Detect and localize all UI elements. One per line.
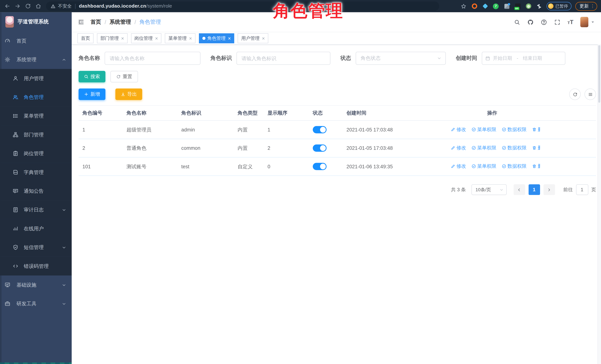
action-menu-perm[interactable]: 菜单权限	[471, 126, 496, 133]
page-1-button[interactable]: 1	[528, 184, 540, 195]
github-icon[interactable]	[527, 19, 533, 25]
status-toggle[interactable]	[313, 144, 327, 152]
action-data-perm[interactable]: 数据权限	[502, 145, 527, 151]
tab-menu[interactable]: 菜单管理×	[165, 33, 195, 43]
app-logo[interactable]: 芋道管理系统	[0, 12, 72, 31]
sidebar-item-home[interactable]: 首页	[0, 31, 72, 50]
home-icon[interactable]	[35, 3, 41, 9]
back-arrow-icon[interactable]	[4, 3, 10, 9]
breadcrumb-home[interactable]: 首页	[90, 19, 101, 25]
column-settings-button[interactable]	[584, 89, 596, 100]
breadcrumb-separator: /	[134, 19, 136, 25]
close-tab-icon[interactable]: ×	[121, 36, 124, 41]
calendar-icon	[485, 56, 490, 61]
user-menu-caret-icon[interactable]	[591, 20, 595, 24]
paused-extension-button[interactable]: 已暂停	[547, 2, 571, 10]
user-avatar[interactable]	[580, 17, 588, 27]
tab-post[interactable]: 岗位管理×	[131, 33, 161, 43]
page-scrollbar[interactable]	[598, 44, 601, 364]
sidebar-item-infra[interactable]: 基础设施	[0, 275, 72, 294]
create-time-range-picker[interactable]: 开始日期 - 结束日期	[482, 52, 565, 65]
tab-label: 首页	[81, 35, 90, 41]
sidebar-item-notice[interactable]: 通知公告	[0, 182, 72, 200]
sidebar-item-label: 首页	[17, 37, 27, 44]
action-label: 删除	[538, 163, 540, 170]
close-tab-icon[interactable]: ×	[228, 36, 231, 41]
tab-dept[interactable]: 部门管理×	[97, 33, 128, 43]
scrollbar-thumb[interactable]	[598, 45, 600, 103]
cell-created-time: 2021-01-05 17:03:48	[343, 139, 444, 157]
cell-role-key: test	[177, 157, 234, 176]
action-edit[interactable]: 修改	[451, 163, 466, 170]
sidebar-item-system[interactable]: 系统管理	[0, 50, 72, 69]
fontsize-icon[interactable]: TT	[568, 19, 573, 25]
action-label: 数据权限	[508, 126, 527, 133]
status-toggle[interactable]	[313, 163, 327, 170]
gear-icon	[5, 57, 10, 62]
reset-button[interactable]: 重置	[110, 71, 138, 82]
sidebar-item-audit-log[interactable]: 审计日志	[0, 200, 72, 219]
browser-menu-icon[interactable]	[590, 3, 595, 9]
extension-grid-icon[interactable]	[504, 4, 509, 9]
next-page-button[interactable]	[543, 184, 555, 195]
action-data-perm[interactable]: 数据权限	[502, 163, 527, 170]
sidebar-item-dept[interactable]: 部门管理	[0, 125, 72, 144]
column-header: 角色标识	[177, 106, 234, 120]
extensions-puzzle-icon[interactable]	[536, 3, 542, 9]
add-button[interactable]: 新增	[79, 89, 105, 100]
sidebar-item-error-code[interactable]: 错误码管理	[0, 257, 72, 275]
sidebar-item-dict[interactable]: 字典管理	[0, 163, 72, 182]
export-button[interactable]: 导出	[115, 89, 142, 100]
action-delete[interactable]: 删除	[532, 126, 540, 133]
tab-user[interactable]: 用户管理×	[238, 33, 268, 43]
browser-update-button[interactable]: 更新	[575, 2, 597, 10]
extension-target-icon[interactable]	[472, 3, 477, 9]
extension-monkey-icon[interactable]	[526, 3, 531, 9]
action-edit[interactable]: 修改	[451, 145, 466, 151]
refresh-table-button[interactable]	[569, 89, 581, 100]
sidebar-item-dev-tools[interactable]: 研发工具	[0, 294, 72, 313]
breadcrumb-system[interactable]: 系统管理	[110, 19, 131, 25]
columns-icon	[588, 92, 593, 97]
close-tab-icon[interactable]: ×	[155, 36, 158, 41]
tab-role[interactable]: 角色管理×	[199, 33, 234, 43]
action-edit[interactable]: 修改	[451, 126, 466, 133]
action-menu-perm[interactable]: 菜单权限	[471, 163, 496, 170]
extension-switch-icon[interactable]: on	[515, 3, 521, 9]
prev-page-button[interactable]	[513, 184, 525, 195]
search-icon[interactable]	[514, 19, 520, 25]
search-button[interactable]: 搜索	[79, 71, 105, 82]
sidebar-item-sms[interactable]: 短信管理	[0, 238, 72, 257]
action-menu-perm[interactable]: 菜单权限	[471, 145, 496, 151]
cell-role-id: 1	[79, 120, 123, 139]
page-size-select[interactable]: 10条/页	[471, 184, 506, 195]
goto-page-input[interactable]	[576, 184, 588, 195]
role-name-input[interactable]	[105, 52, 200, 65]
status-toggle[interactable]	[313, 126, 327, 133]
close-tab-icon[interactable]: ×	[262, 36, 265, 41]
help-icon[interactable]	[541, 19, 547, 25]
collapse-sidebar-icon[interactable]	[78, 19, 84, 25]
address-bar[interactable]: 不安全 dashboard.yudao.iocoder.cn/system/ro…	[46, 1, 439, 11]
action-delete[interactable]: 删除	[532, 145, 540, 151]
role-key-input[interactable]	[237, 52, 331, 65]
tab-home[interactable]: 首页	[77, 33, 93, 43]
sidebar-item-menu[interactable]: 菜单管理	[0, 107, 72, 125]
reload-icon[interactable]	[25, 3, 31, 9]
fullscreen-icon[interactable]	[554, 19, 560, 25]
extension-gem-icon[interactable]	[482, 3, 488, 9]
update-label: 更新	[580, 3, 589, 10]
chevron-up-icon	[62, 57, 66, 62]
sidebar-item-post[interactable]: 岗位管理	[0, 144, 72, 163]
extension-seven-icon[interactable]: 7	[493, 3, 499, 9]
sidebar-item-role[interactable]: 角色管理	[0, 88, 72, 107]
column-header: 角色编号	[79, 106, 123, 120]
action-data-perm[interactable]: 数据权限	[502, 126, 527, 133]
status-select[interactable]: 角色状态	[356, 52, 446, 65]
action-delete[interactable]: 删除	[532, 163, 540, 170]
sidebar-item-user[interactable]: 用户管理	[0, 69, 72, 88]
forward-arrow-icon[interactable]	[15, 3, 21, 9]
close-tab-icon[interactable]: ×	[189, 36, 192, 41]
sidebar-item-online-user[interactable]: 在线用户	[0, 219, 72, 238]
bookmark-star-icon[interactable]	[461, 3, 467, 9]
